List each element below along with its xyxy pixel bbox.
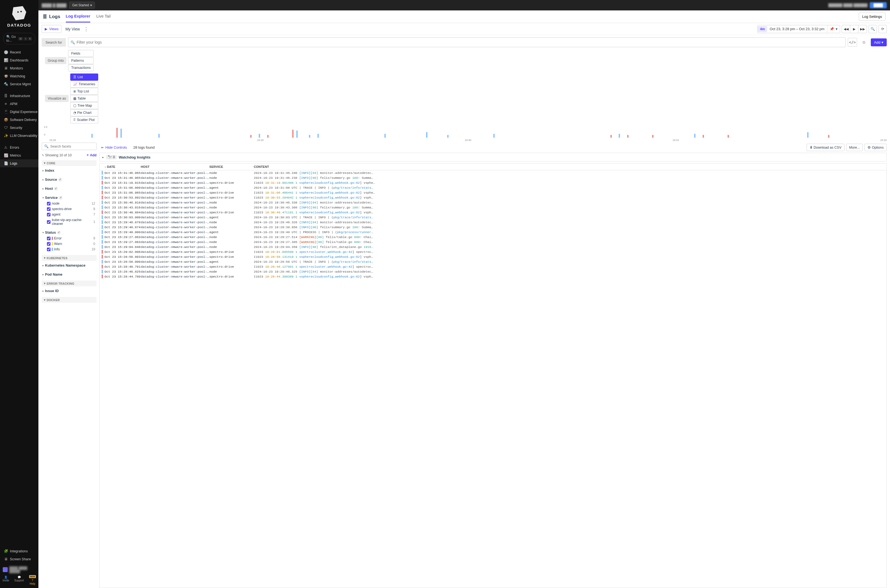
chart-bar[interactable] xyxy=(317,134,319,138)
log-row[interactable]: Oct 23 15:30:53.892datadog-cluster-vmwar… xyxy=(100,195,886,200)
col-service[interactable]: SERVICE xyxy=(209,165,254,168)
log-row[interactable]: Oct 23 15:31:46.965datadog-cluster-vmwar… xyxy=(100,175,886,180)
copy-button[interactable]: ⧉ xyxy=(859,38,869,46)
facet-checkbox[interactable] xyxy=(47,207,51,211)
log-row[interactable]: Oct 23 15:30:40.884datadog-cluster-vmwar… xyxy=(100,210,886,215)
nav-user[interactable]: ████ █████████ xyxy=(0,565,38,574)
zoom-button[interactable]: 🔍 xyxy=(869,25,877,33)
chart-bar[interactable] xyxy=(250,135,252,138)
sidebar-item-security[interactable]: 🛡Security xyxy=(0,124,38,132)
group-chip-patterns[interactable]: Patterns xyxy=(68,57,93,64)
vis-chip-table[interactable]: ▦Table xyxy=(70,95,98,102)
facet-checkbox[interactable] xyxy=(47,237,51,240)
sidebar-item-llm-observability[interactable]: ✨LLM Observability xyxy=(0,132,38,140)
chart-bar[interactable] xyxy=(309,135,310,138)
histogram-chart[interactable]: 2.5 0 15:2815:2915:3015:3115:32 xyxy=(44,126,887,141)
chart-bar[interactable] xyxy=(728,135,729,138)
group-chip-transactions[interactable]: Transactions xyxy=(68,64,93,71)
facet-checkbox[interactable] xyxy=(47,248,51,251)
goto-search[interactable]: 🔍 Go to... ⌘+K xyxy=(3,33,35,44)
log-row[interactable]: Oct 23 15:31:19.915datadog-cluster-vmwar… xyxy=(100,180,886,185)
chart-bar[interactable] xyxy=(828,135,829,138)
chevron-down-icon[interactable]: ▾ xyxy=(836,27,837,31)
search-input[interactable] xyxy=(77,40,843,44)
chart-bar[interactable] xyxy=(384,134,386,138)
topbar-blue-pill[interactable]: ████ xyxy=(870,2,887,8)
facet-search-input[interactable] xyxy=(50,144,94,148)
chart-bar[interactable] xyxy=(267,135,269,138)
facet-checkbox[interactable] xyxy=(47,202,51,206)
facet-item-warn[interactable]: Warn0 xyxy=(42,241,96,246)
step-back-button[interactable]: ◀◀ xyxy=(842,25,850,33)
chart-bar[interactable] xyxy=(116,128,118,138)
pin-icon[interactable]: 📌 xyxy=(830,27,834,31)
col-host[interactable]: HOST xyxy=(141,165,209,168)
vis-chip-pie-chart[interactable]: ◔Pie Chart xyxy=(70,109,98,116)
log-row[interactable]: Oct 23 15:29:27.863datadog-cluster-vmwar… xyxy=(100,234,886,239)
search-input-wrap[interactable]: 🔍 xyxy=(68,37,845,47)
log-row[interactable]: Oct 23 15:29:40.000datadog-cluster-vmwar… xyxy=(100,230,886,234)
sidebar-item-service-mgmt[interactable]: 🔩Service Mgmt xyxy=(0,80,38,88)
sidebar-item-logs[interactable]: 📄Logs xyxy=(0,159,38,167)
chart-bar[interactable] xyxy=(652,135,653,138)
download-csv-button[interactable]: ⬇Download as CSV xyxy=(807,144,845,151)
log-settings-button[interactable]: Log Settings xyxy=(859,13,885,21)
facet-item-kube-vip-arp-cache-cleaner[interactable]: kube-vip-arp-cache-cleaner1 xyxy=(42,217,96,226)
sidebar-item-infrastructure[interactable]: 🗄Infrastructure xyxy=(0,92,38,100)
code-toggle-button[interactable]: </> xyxy=(848,38,857,46)
watchdog-insights-row[interactable]: ▸ 🔭0 Watchdog Insights xyxy=(99,153,887,162)
sidebar-item-dashboards[interactable]: 📊Dashboards xyxy=(0,56,38,64)
vis-chip-scatter-plot[interactable]: ⠿Scatter Plot xyxy=(70,116,98,123)
facet-group-host[interactable]: ▸ Host ✓ xyxy=(42,185,96,192)
chart-bar[interactable] xyxy=(493,134,495,138)
vis-chip-list[interactable]: ☰List xyxy=(70,74,98,81)
sidebar-item-monitors[interactable]: 🖥Monitors xyxy=(0,64,38,72)
sidebar-item-screen-share[interactable]: 🖥Screen Share xyxy=(0,555,38,563)
options-button[interactable]: ⚙Options xyxy=(864,144,887,151)
log-row[interactable]: Oct 23 15:30:03.000datadog-cluster-vmwar… xyxy=(100,215,886,220)
vis-chip-top-list[interactable]: ≣Top List xyxy=(70,88,98,95)
log-row[interactable]: Oct 23 15:31:08.000datadog-cluster-vmwar… xyxy=(100,185,886,190)
sidebar-item-watchdog[interactable]: 🐶Watchdog xyxy=(0,72,38,80)
get-started-button[interactable]: Get Started ▾ xyxy=(69,2,95,9)
log-row[interactable]: Oct 23 15:28:44.780datadog-cluster-vmwar… xyxy=(100,274,886,279)
chart-bar[interactable] xyxy=(292,130,294,138)
sidebar-item-recent[interactable]: 🕘Recent xyxy=(0,48,38,56)
log-row[interactable]: Oct 23 15:29:46.878datadog-cluster-vmwar… xyxy=(100,220,886,225)
log-row[interactable]: Oct 23 15:29:04.848datadog-cluster-vmwar… xyxy=(100,244,886,249)
facet-checkbox[interactable] xyxy=(47,213,51,216)
facet-group-source[interactable]: ▸ Source ✓ xyxy=(42,176,96,183)
facet-checkbox[interactable] xyxy=(47,242,51,246)
nav-action-support[interactable]: 💬Support xyxy=(14,576,24,585)
play-button[interactable]: ▶ xyxy=(850,25,858,33)
nav-action-help[interactable]: NEW?Help xyxy=(29,576,36,585)
log-row[interactable]: Oct 23 15:28:58.000datadog-cluster-vmwar… xyxy=(100,259,886,264)
sidebar-item-metrics[interactable]: 📈Metrics xyxy=(0,152,38,159)
views-button[interactable]: ▶Views xyxy=(42,25,62,33)
kebab-menu[interactable]: ⋮ xyxy=(84,27,89,32)
log-row[interactable]: Oct 23 15:29:40.874datadog-cluster-vmwar… xyxy=(100,225,886,230)
facet-section-kubernetes[interactable]: ▾ KUBERNETES xyxy=(42,255,96,261)
chart-bar[interactable] xyxy=(807,132,809,138)
chart-bar[interactable] xyxy=(259,134,260,138)
chart-bar[interactable] xyxy=(158,134,160,138)
facet-item-agent[interactable]: agent7 xyxy=(42,212,96,217)
facet-checkbox[interactable] xyxy=(47,220,51,224)
step-forward-button[interactable]: ▶▶ xyxy=(858,25,867,33)
chart-bar[interactable] xyxy=(447,135,449,138)
log-row[interactable]: Oct 23 15:31:46.965datadog-cluster-vmwar… xyxy=(100,170,886,175)
chart-bar[interactable] xyxy=(611,135,612,138)
facet-item-node[interactable]: node12 xyxy=(42,201,96,206)
facet-item-spectro-drive[interactable]: spectro-drive8 xyxy=(42,206,96,212)
my-view-label[interactable]: My View xyxy=(65,27,80,31)
chart-bar[interactable] xyxy=(120,129,122,138)
log-row[interactable]: Oct 23 15:28:48.791datadog-cluster-vmwar… xyxy=(100,264,886,269)
col-date[interactable]: ↓DATE xyxy=(105,165,141,168)
group-chip-fields[interactable]: Fields xyxy=(68,50,93,57)
chart-bar[interactable] xyxy=(619,134,620,138)
log-row[interactable]: Oct 23 15:31:06.985datadog-cluster-vmwar… xyxy=(100,190,886,195)
facet-search[interactable]: 🔍 xyxy=(42,142,96,150)
vis-chip-tree-map[interactable]: ▢Tree Map xyxy=(70,102,98,109)
time-range-picker[interactable]: 4m Oct 23, 3:28 pm – Oct 23, 3:32 pm 📌▾ xyxy=(758,25,840,33)
sidebar-item-integrations[interactable]: 🧩Integrations xyxy=(0,547,38,555)
